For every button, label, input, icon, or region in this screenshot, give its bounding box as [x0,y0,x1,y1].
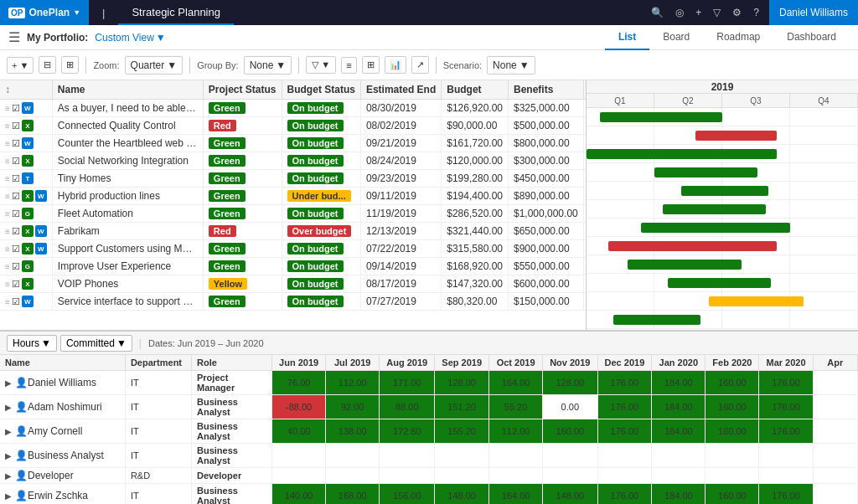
table-row[interactable]: ≡ ☑ W As a buyer, I need to be able to p… [0,100,587,117]
add-icon[interactable]: + [695,7,701,18]
gantt-bar[interactable] [641,223,790,233]
table-row[interactable]: ≡ ☑ T Tiny Homes Green On budget 09/23/2… [0,170,587,188]
checkbox[interactable]: ☑ [12,208,20,219]
table-row[interactable]: ≡ ☑ XW Hybrid production lines Green Und… [0,188,587,205]
custom-view-button[interactable]: Custom View ▼ [95,32,165,44]
row-name[interactable]: Fabrikam [52,223,203,240]
committed-button[interactable]: Committed ▼ [60,335,132,352]
search-icon[interactable]: 🔍 [651,7,664,18]
resource-row[interactable]: ▶ 👤 Erwin Zschka IT Business Analyst 140… [0,484,858,505]
checkbox[interactable]: ☑ [12,296,20,307]
row-name[interactable]: Hybrid production lines [52,188,203,205]
resource-row[interactable]: ▶ 👤 Amy Cornell IT Business Analyst 40.0… [0,419,858,444]
gantt-bar[interactable] [709,296,804,306]
row-budget-status: On budget [282,117,360,135]
add-row-button[interactable]: + ▼ [7,57,34,74]
hours-button[interactable]: Hours ▼ [7,335,57,352]
gantt-bar[interactable] [587,149,777,159]
row-benefits: $550,000.00 [508,258,583,275]
filter-button[interactable]: ▽ ▼ [306,56,336,74]
rth-jun19: Jun 2019 [272,355,326,371]
checkbox[interactable]: ☑ [12,121,20,131]
gantt-bar[interactable] [654,167,757,177]
checkbox[interactable]: ☑ [12,191,20,202]
tab-list[interactable]: List [605,25,649,50]
table-row[interactable]: ≡ ☑ XW Fabrikam Red Over budget 12/13/20… [0,223,587,240]
target-icon[interactable]: ◎ [675,7,684,18]
expand-icon[interactable]: ▶ [5,378,12,388]
row-name[interactable]: Connected Quality Control [52,117,203,135]
row-name[interactable]: Counter the Heartbleed web security bug [52,135,203,152]
table-row[interactable]: ≡ ☑ X Connected Quality Control Red On b… [0,117,587,135]
gantt-bar[interactable] [668,278,771,288]
gantt-bar[interactable] [600,112,722,122]
collapse-button[interactable]: ⊟ [39,56,56,74]
resource-row[interactable]: ▶ 👤 Developer R&D Developer [0,468,858,484]
list-view-button[interactable]: ≡ [341,57,356,74]
expand-button[interactable]: ⊞ [61,56,79,74]
expand-icon[interactable]: ▶ [5,491,12,501]
checkbox[interactable]: ☑ [12,156,20,167]
row-name[interactable]: As a buyer, I need to be able to purchas… [52,100,203,117]
gantt-bar[interactable] [663,204,766,214]
row-status: Red [203,117,282,135]
table-row[interactable]: ≡ ☑ XW Support Customers using Mobile Gr… [0,240,587,258]
share-button[interactable]: ↗ [411,56,429,74]
gantt-bar[interactable] [613,315,700,325]
gantt-bar[interactable] [628,260,742,270]
checkbox[interactable]: ☑ [12,279,20,290]
expand-icon[interactable]: ▶ [5,471,12,481]
gantt-bar[interactable] [695,131,777,141]
expand-icon[interactable]: ▶ [5,451,12,460]
scenario-selector[interactable]: None ▼ [487,56,535,75]
secondbar: ☰ My Portfolio: Custom View ▼ List Board… [0,25,858,50]
help-icon[interactable]: ? [753,7,759,18]
module-title: | [89,7,118,19]
checkbox[interactable]: ☑ [12,103,20,114]
chart-button[interactable]: 📊 [385,56,406,74]
row-name[interactable]: Support Customers using Mobile [52,240,203,258]
tab-board[interactable]: Board [649,25,703,50]
row-name[interactable]: Improve User Experience [52,258,203,275]
table-row[interactable]: ≡ ☑ X Social Networking Integration Gree… [0,152,587,170]
hamburger-icon[interactable]: ☰ [8,29,20,45]
resource-row[interactable]: ▶ 👤 Business Analyst IT Business Analyst [0,444,858,468]
app-logo[interactable]: OP OnePlan ▼ [0,0,89,25]
table-row[interactable]: ≡ ☑ W Counter the Heartbleed web securit… [0,135,587,152]
expand-icon[interactable]: ▶ [5,403,12,412]
grid-view-button[interactable]: ⊞ [362,56,380,74]
table-row[interactable]: ≡ ☑ G Fleet Automation Green On budget 1… [0,205,587,223]
resource-cell [813,444,857,468]
row-name[interactable]: VOIP Phones [52,275,203,293]
user-menu[interactable]: Daniel Williams [769,0,858,25]
expand-icon[interactable]: ▶ [5,427,12,436]
checkbox[interactable]: ☑ [12,261,20,272]
table-row[interactable]: ≡ ☑ X VOIP Phones Yellow On budget 08/17… [0,275,587,293]
row-name[interactable]: Service interface to support Rest API [52,293,203,311]
table-row[interactable]: ≡ ☑ G Improve User Experience Green On b… [0,258,587,275]
checkbox[interactable]: ☑ [12,244,20,255]
group-selector[interactable]: None ▼ [244,56,292,75]
resource-row[interactable]: ▶ 👤 Adam Noshimuri IT Business Analyst -… [0,395,858,419]
gantt-bar[interactable] [608,241,777,251]
rth-aug19: Aug 2019 [380,355,435,371]
resource-role: Developer [192,468,272,484]
zoom-selector[interactable]: Quarter ▼ [125,56,183,75]
settings-icon[interactable]: ⚙ [732,7,742,18]
tab-dashboard[interactable]: Dashboard [773,25,850,50]
resource-row[interactable]: ▶ 👤 Daniel Williams IT Project Manager 7… [0,371,858,395]
resource-cell: 164.00 [489,484,543,505]
row-name[interactable]: Tiny Homes [52,170,203,188]
table-row[interactable]: ≡ ☑ W Service interface to support Rest … [0,293,587,311]
checkbox[interactable]: ☑ [12,226,20,237]
row-name[interactable]: Fleet Automation [52,205,203,223]
tab-roadmap[interactable]: Roadmap [703,25,773,50]
gantt-bar[interactable] [681,186,768,196]
gantt-chart: 2019 Q1 Q2 Q3 Q4 [587,80,858,330]
resource-cell [326,468,380,484]
filter-icon[interactable]: ▽ [713,7,721,18]
checkbox[interactable]: ☑ [12,173,20,184]
row-name[interactable]: Social Networking Integration [52,152,203,170]
topbar: OP OnePlan ▼ | Strategic Planning 🔍 ◎ + … [0,0,858,25]
checkbox[interactable]: ☑ [12,138,20,149]
